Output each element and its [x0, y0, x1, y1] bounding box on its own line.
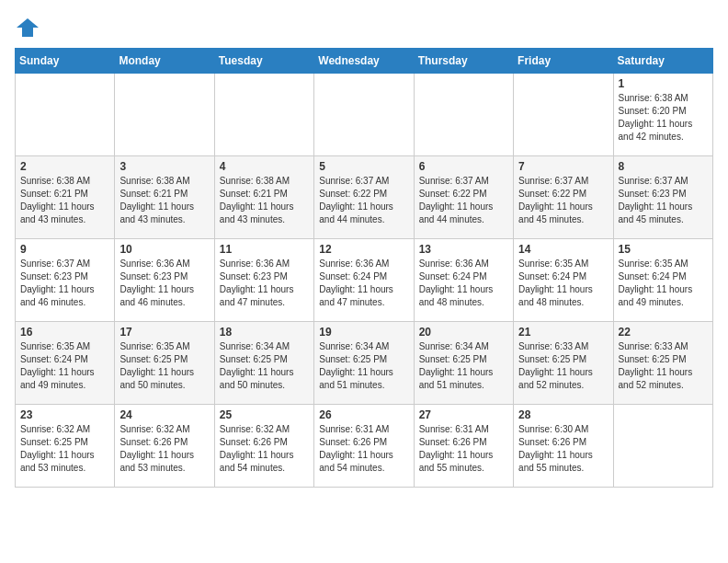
logo: [15, 15, 44, 40]
day-number: 8: [619, 160, 708, 173]
day-info: Sunrise: 6:34 AM Sunset: 6:25 PM Dayligh…: [319, 340, 408, 392]
calendar-cell: [214, 74, 313, 156]
calendar-cell: 13Sunrise: 6:36 AM Sunset: 6:24 PM Dayli…: [414, 239, 513, 322]
day-info: Sunrise: 6:30 AM Sunset: 6:26 PM Dayligh…: [518, 423, 608, 475]
calendar-cell: 27Sunrise: 6:31 AM Sunset: 6:26 PM Dayli…: [414, 405, 513, 488]
day-number: 3: [119, 160, 209, 173]
day-info: Sunrise: 6:31 AM Sunset: 6:26 PM Dayligh…: [419, 423, 508, 475]
day-info: Sunrise: 6:31 AM Sunset: 6:26 PM Dayligh…: [319, 423, 408, 475]
column-header-tuesday: Tuesday: [214, 49, 313, 74]
day-info: Sunrise: 6:36 AM Sunset: 6:23 PM Dayligh…: [119, 258, 209, 309]
day-info: Sunrise: 6:37 AM Sunset: 6:22 PM Dayligh…: [319, 175, 408, 226]
calendar-cell: [16, 74, 115, 156]
day-number: 16: [20, 326, 109, 339]
day-number: 28: [518, 408, 608, 421]
day-number: 15: [619, 243, 708, 256]
day-number: 13: [419, 243, 508, 256]
day-number: 20: [419, 326, 508, 339]
day-info: Sunrise: 6:33 AM Sunset: 6:25 PM Dayligh…: [518, 340, 608, 392]
calendar-cell: 24Sunrise: 6:32 AM Sunset: 6:26 PM Dayli…: [115, 405, 214, 488]
day-info: Sunrise: 6:37 AM Sunset: 6:23 PM Dayligh…: [619, 175, 708, 226]
day-info: Sunrise: 6:36 AM Sunset: 6:24 PM Dayligh…: [319, 258, 408, 309]
day-number: 4: [220, 160, 309, 173]
calendar-cell: 7Sunrise: 6:37 AM Sunset: 6:22 PM Daylig…: [514, 156, 613, 239]
day-info: Sunrise: 6:35 AM Sunset: 6:24 PM Dayligh…: [20, 340, 109, 392]
calendar-cell: 11Sunrise: 6:36 AM Sunset: 6:23 PM Dayli…: [214, 239, 313, 322]
calendar-cell: 15Sunrise: 6:35 AM Sunset: 6:24 PM Dayli…: [613, 239, 712, 322]
calendar-cell: 12Sunrise: 6:36 AM Sunset: 6:24 PM Dayli…: [314, 239, 414, 322]
calendar-cell: 23Sunrise: 6:32 AM Sunset: 6:25 PM Dayli…: [16, 405, 115, 488]
calendar-header-row: SundayMondayTuesdayWednesdayThursdayFrid…: [16, 49, 713, 74]
day-info: Sunrise: 6:38 AM Sunset: 6:21 PM Dayligh…: [20, 175, 109, 226]
day-info: Sunrise: 6:34 AM Sunset: 6:25 PM Dayligh…: [419, 340, 508, 392]
day-number: 14: [518, 243, 608, 256]
calendar-cell: 17Sunrise: 6:35 AM Sunset: 6:25 PM Dayli…: [115, 322, 214, 405]
calendar-cell: [115, 74, 214, 156]
day-info: Sunrise: 6:37 AM Sunset: 6:22 PM Dayligh…: [419, 175, 508, 226]
calendar-cell: 6Sunrise: 6:37 AM Sunset: 6:22 PM Daylig…: [414, 156, 513, 239]
calendar-week-5: 23Sunrise: 6:32 AM Sunset: 6:25 PM Dayli…: [16, 405, 713, 488]
day-number: 18: [220, 326, 309, 339]
day-info: Sunrise: 6:32 AM Sunset: 6:25 PM Dayligh…: [20, 423, 109, 475]
calendar-cell: 18Sunrise: 6:34 AM Sunset: 6:25 PM Dayli…: [214, 322, 313, 405]
day-number: 25: [220, 408, 309, 421]
day-number: 27: [419, 408, 508, 421]
calendar-cell: 4Sunrise: 6:38 AM Sunset: 6:21 PM Daylig…: [214, 156, 313, 239]
day-info: Sunrise: 6:32 AM Sunset: 6:26 PM Dayligh…: [119, 423, 209, 475]
day-number: 17: [119, 326, 209, 339]
day-info: Sunrise: 6:38 AM Sunset: 6:20 PM Dayligh…: [619, 92, 708, 144]
day-number: 7: [518, 160, 608, 173]
calendar-cell: 16Sunrise: 6:35 AM Sunset: 6:24 PM Dayli…: [16, 322, 115, 405]
calendar-week-1: 1Sunrise: 6:38 AM Sunset: 6:20 PM Daylig…: [16, 74, 713, 156]
day-number: 22: [619, 326, 708, 339]
calendar-cell: [414, 74, 513, 156]
calendar-cell: 5Sunrise: 6:37 AM Sunset: 6:22 PM Daylig…: [314, 156, 414, 239]
calendar-cell: 8Sunrise: 6:37 AM Sunset: 6:23 PM Daylig…: [613, 156, 712, 239]
calendar-cell: 10Sunrise: 6:36 AM Sunset: 6:23 PM Dayli…: [115, 239, 214, 322]
calendar-cell: [613, 405, 712, 488]
calendar-cell: 14Sunrise: 6:35 AM Sunset: 6:24 PM Dayli…: [514, 239, 613, 322]
day-number: 23: [20, 408, 109, 421]
day-number: 6: [419, 160, 508, 173]
day-info: Sunrise: 6:38 AM Sunset: 6:21 PM Dayligh…: [220, 175, 309, 226]
day-number: 9: [20, 243, 109, 256]
calendar-cell: 21Sunrise: 6:33 AM Sunset: 6:25 PM Dayli…: [514, 322, 613, 405]
calendar-cell: [514, 74, 613, 156]
calendar-cell: 3Sunrise: 6:38 AM Sunset: 6:21 PM Daylig…: [115, 156, 214, 239]
calendar-cell: 19Sunrise: 6:34 AM Sunset: 6:25 PM Dayli…: [314, 322, 414, 405]
calendar-cell: 22Sunrise: 6:33 AM Sunset: 6:25 PM Dayli…: [613, 322, 712, 405]
day-info: Sunrise: 6:37 AM Sunset: 6:22 PM Dayligh…: [518, 175, 608, 226]
day-info: Sunrise: 6:36 AM Sunset: 6:24 PM Dayligh…: [419, 258, 508, 309]
column-header-friday: Friday: [514, 49, 613, 74]
column-header-wednesday: Wednesday: [314, 49, 414, 74]
logo-icon: [15, 15, 40, 40]
column-header-saturday: Saturday: [613, 49, 712, 74]
calendar-cell: 26Sunrise: 6:31 AM Sunset: 6:26 PM Dayli…: [314, 405, 414, 488]
day-info: Sunrise: 6:36 AM Sunset: 6:23 PM Dayligh…: [220, 258, 309, 309]
calendar-cell: 25Sunrise: 6:32 AM Sunset: 6:26 PM Dayli…: [214, 405, 313, 488]
calendar-week-4: 16Sunrise: 6:35 AM Sunset: 6:24 PM Dayli…: [16, 322, 713, 405]
calendar-cell: 1Sunrise: 6:38 AM Sunset: 6:20 PM Daylig…: [613, 74, 712, 156]
calendar-cell: [314, 74, 414, 156]
page-header: [15, 15, 713, 40]
day-info: Sunrise: 6:35 AM Sunset: 6:25 PM Dayligh…: [119, 340, 209, 392]
day-number: 10: [119, 243, 209, 256]
calendar-cell: 20Sunrise: 6:34 AM Sunset: 6:25 PM Dayli…: [414, 322, 513, 405]
column-header-monday: Monday: [115, 49, 214, 74]
day-number: 24: [119, 408, 209, 421]
day-info: Sunrise: 6:33 AM Sunset: 6:25 PM Dayligh…: [619, 340, 708, 392]
day-number: 1: [619, 77, 708, 90]
day-info: Sunrise: 6:38 AM Sunset: 6:21 PM Dayligh…: [119, 175, 209, 226]
calendar-cell: 2Sunrise: 6:38 AM Sunset: 6:21 PM Daylig…: [16, 156, 115, 239]
calendar-table: SundayMondayTuesdayWednesdayThursdayFrid…: [15, 48, 713, 488]
column-header-thursday: Thursday: [414, 49, 513, 74]
svg-marker-1: [17, 18, 39, 37]
day-info: Sunrise: 6:34 AM Sunset: 6:25 PM Dayligh…: [220, 340, 309, 392]
calendar-cell: 9Sunrise: 6:37 AM Sunset: 6:23 PM Daylig…: [16, 239, 115, 322]
day-number: 12: [319, 243, 408, 256]
day-info: Sunrise: 6:35 AM Sunset: 6:24 PM Dayligh…: [518, 258, 608, 309]
calendar-week-2: 2Sunrise: 6:38 AM Sunset: 6:21 PM Daylig…: [16, 156, 713, 239]
calendar-week-3: 9Sunrise: 6:37 AM Sunset: 6:23 PM Daylig…: [16, 239, 713, 322]
calendar-cell: 28Sunrise: 6:30 AM Sunset: 6:26 PM Dayli…: [514, 405, 613, 488]
day-number: 5: [319, 160, 408, 173]
